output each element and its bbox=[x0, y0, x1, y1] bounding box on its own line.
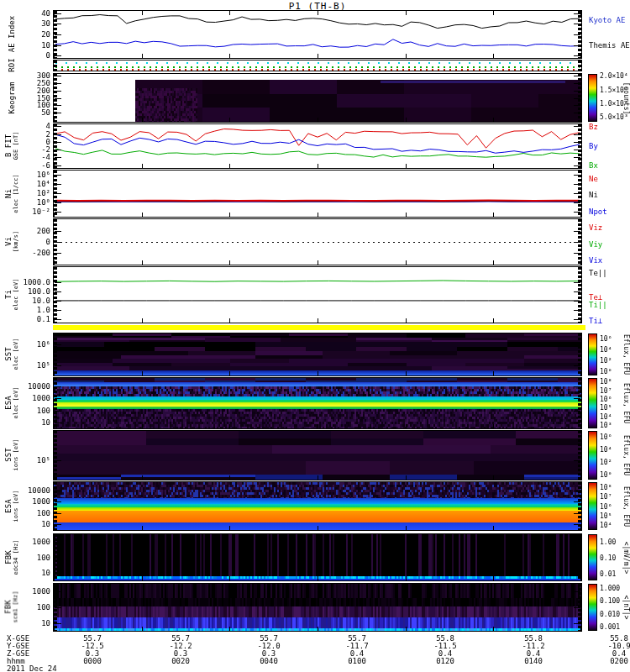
y-major-tick bbox=[55, 126, 61, 127]
series-label-ne: Ne bbox=[589, 176, 598, 183]
y-axis-label-main: Ti bbox=[5, 290, 13, 299]
y-major-tick bbox=[55, 491, 61, 491]
y-major-tick bbox=[574, 193, 580, 194]
y-major-tick bbox=[55, 460, 61, 461]
y-major-tick bbox=[55, 212, 61, 213]
axis-value: 0200 bbox=[600, 658, 630, 665]
colorbar-tick-label: 10⁷ bbox=[600, 388, 612, 395]
y-major-tick bbox=[55, 386, 61, 387]
y-major-tick bbox=[574, 242, 580, 243]
y-tick-label: 10 bbox=[13, 42, 50, 50]
colorbar-tick-label: 10⁶ bbox=[600, 396, 612, 403]
colorbar-tick-label: 10² bbox=[600, 459, 612, 466]
colorbar-tick-label: 0.10 bbox=[600, 555, 616, 562]
colorbar-sst_e bbox=[588, 333, 597, 375]
axis-value: 0140 bbox=[514, 658, 553, 665]
y-major-tick bbox=[55, 55, 61, 56]
panel-roi bbox=[53, 60, 582, 71]
y-major-tick bbox=[574, 184, 580, 185]
y-major-tick bbox=[574, 134, 580, 135]
y-major-tick bbox=[55, 76, 61, 76]
colorbar-tick-label: 1.00 bbox=[600, 539, 616, 546]
y-tick-label: 200 bbox=[13, 228, 50, 235]
panel-keo bbox=[53, 73, 582, 123]
panel-canvas-sst_e bbox=[54, 333, 581, 375]
y-tick-label: 10000 bbox=[13, 383, 50, 391]
y-minor-ticks-left bbox=[54, 124, 57, 168]
axis-value: 0020 bbox=[161, 658, 200, 665]
y-tick-label: 10000 bbox=[13, 487, 50, 495]
y-major-tick bbox=[574, 386, 580, 387]
y-major-tick bbox=[574, 231, 580, 232]
series-label-viz: Viz bbox=[589, 224, 602, 232]
y-major-tick bbox=[55, 105, 61, 106]
y-tick-label: 30 bbox=[13, 20, 50, 28]
y-major-tick bbox=[574, 301, 580, 302]
y-minor-ticks-left bbox=[54, 267, 57, 323]
y-tick-label: 100 bbox=[13, 407, 50, 415]
y-major-tick bbox=[574, 55, 580, 56]
y-minor-ticks-left bbox=[54, 333, 57, 375]
y-major-tick bbox=[55, 157, 61, 158]
y-tick-label: 10⁶ bbox=[13, 341, 50, 349]
y-tick-label: 1000 bbox=[13, 395, 50, 402]
series-label-themisae: Themis AE bbox=[589, 42, 630, 50]
colorbar-tick-label: 10⁰ bbox=[600, 472, 612, 479]
colorbar-tick-label: 0.100 bbox=[600, 598, 620, 605]
series-label-bx: Bx bbox=[589, 162, 598, 170]
axis-value: 0040 bbox=[249, 658, 288, 665]
y-major-tick bbox=[574, 623, 580, 624]
colorbar-tick-label: 10² bbox=[600, 358, 612, 365]
series-label-ti: Ti⊥ bbox=[589, 318, 602, 325]
axis-value: 0000 bbox=[73, 658, 112, 665]
y-major-tick bbox=[574, 91, 580, 92]
colorbar-fbk_e bbox=[588, 534, 597, 580]
series-label-ni: Ni bbox=[589, 192, 598, 199]
y-tick-label: 100 bbox=[13, 604, 50, 612]
y-tick-label: 4 bbox=[13, 123, 50, 130]
y-tick-label: 0 bbox=[13, 239, 50, 246]
y-major-tick bbox=[55, 513, 61, 514]
colorbar-tick-label: 10⁴ bbox=[600, 414, 612, 421]
y-major-tick bbox=[55, 573, 61, 574]
y-major-tick bbox=[574, 45, 580, 46]
series-label-viy: Viy bbox=[589, 241, 602, 249]
series-label-kyotoae: Kyoto AE bbox=[589, 17, 625, 24]
colorbar-tick-label: 1.000 bbox=[600, 585, 620, 592]
panel-ti bbox=[53, 266, 582, 323]
y-major-tick bbox=[574, 165, 580, 166]
axis-value: 0120 bbox=[426, 658, 465, 665]
colorbar-tick-label: 10⁸ bbox=[600, 485, 612, 491]
y-minor-ticks-right bbox=[578, 431, 581, 480]
y-tick-label: 10 bbox=[13, 620, 50, 627]
colorbar-esa_e bbox=[588, 378, 597, 428]
y-major-tick bbox=[574, 542, 580, 543]
y-major-tick bbox=[55, 83, 61, 84]
y-major-tick bbox=[55, 291, 61, 292]
panel-canvas-ti bbox=[54, 267, 581, 323]
y-major-tick bbox=[574, 501, 580, 502]
y-tick-label: 1000.0 bbox=[13, 279, 50, 286]
colorbar-esa_i bbox=[588, 482, 597, 530]
y-minor-ticks-right bbox=[578, 60, 581, 71]
y-major-tick bbox=[574, 98, 580, 99]
y-major-tick bbox=[55, 591, 61, 592]
y-major-tick bbox=[574, 513, 580, 514]
series-label-bz: Bz bbox=[589, 123, 598, 131]
y-major-tick bbox=[574, 344, 580, 345]
y-tick-label: 10 bbox=[13, 570, 50, 577]
panel-canvas-keo bbox=[54, 74, 581, 122]
y-major-tick bbox=[55, 193, 61, 194]
panel-canvas-vi bbox=[54, 219, 581, 265]
roi-dots-row bbox=[55, 62, 580, 64]
y-major-tick bbox=[55, 301, 61, 302]
colorbar-tick-label: 10⁵ bbox=[600, 513, 612, 520]
y-tick-label: 20 bbox=[13, 31, 50, 39]
y-major-tick bbox=[574, 310, 580, 311]
panel-esa_e bbox=[53, 377, 582, 429]
y-major-tick bbox=[55, 423, 61, 423]
colorbar-tick-label: 10⁴ bbox=[600, 522, 612, 529]
y-major-tick bbox=[574, 282, 580, 283]
y-major-tick bbox=[574, 13, 580, 14]
y-minor-ticks-right bbox=[578, 378, 581, 428]
